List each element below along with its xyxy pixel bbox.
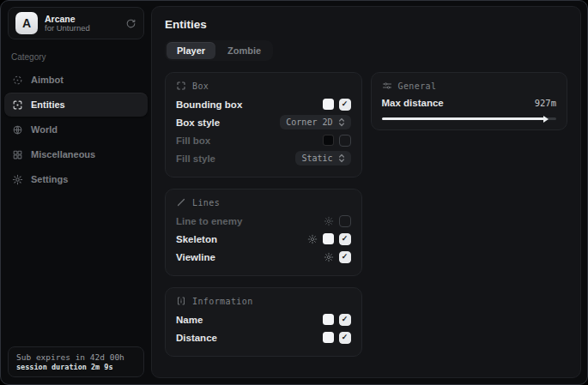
row-settings-gear-icon[interactable] — [324, 216, 334, 226]
chevrons-up-down-icon — [338, 153, 345, 163]
setting-row-box-style: Box style Corner 2D — [176, 113, 351, 131]
max-distance-slider[interactable] — [382, 117, 557, 120]
sidebar: A Arcane for Unturned Category Aimbot — [1, 1, 151, 384]
max-distance-value: 927m — [535, 98, 556, 108]
checkbox[interactable]: ✓ — [339, 135, 351, 147]
row-settings-gear-icon[interactable] — [324, 252, 334, 262]
sidebar-item-world[interactable]: World — [4, 117, 148, 141]
checkbox[interactable]: ✓ — [339, 314, 351, 326]
sidebar-item-entities[interactable]: Entities — [4, 93, 148, 117]
app-subtitle: for Unturned — [45, 24, 90, 33]
main-panel: Entities Player Zombie Box — [151, 6, 581, 378]
setting-row-max-distance: Max distance 927m — [382, 95, 557, 111]
setting-row-fill-style: Fill style Static — [176, 149, 351, 167]
box-style-select[interactable]: Corner 2D — [280, 115, 350, 129]
sidebar-item-aimbot[interactable]: Aimbot — [4, 68, 148, 92]
checkbox[interactable]: ✓ — [339, 233, 351, 245]
session-duration-text: session duration 2m 9s — [16, 363, 136, 371]
left-column: Box Bounding box ✓ Box style Co — [165, 72, 362, 357]
app-header-card: A Arcane for Unturned — [8, 7, 144, 39]
information-card: Information Name ✓ Distance ✓ — [165, 287, 362, 357]
setting-label: Fill box — [176, 135, 210, 146]
sidebar-item-label: Settings — [31, 174, 68, 184]
setting-row-fill-box: Fill box ✓ — [176, 131, 351, 149]
color-swatch[interactable] — [323, 332, 334, 343]
check-icon: ✓ — [342, 316, 349, 323]
sidebar-item-label: Miscellaneous — [31, 149, 95, 159]
sub-expires-text: Sub expires in 42d 00h — [16, 352, 136, 362]
sidebar-nav: Aimbot Entities World — [1, 68, 151, 191]
right-column: General Max distance 927m — [371, 72, 568, 130]
setting-row-viewline: Viewline ✓ — [176, 248, 351, 266]
page-title: Entities — [165, 18, 567, 31]
sidebar-item-miscellaneous[interactable]: Miscellaneous — [4, 142, 148, 166]
setting-label: Fill style — [176, 153, 215, 164]
diagonal-line-icon — [176, 197, 186, 208]
section-title: Information — [192, 297, 253, 306]
sliders-icon — [382, 81, 392, 91]
checkbox[interactable]: ✓ — [339, 251, 351, 263]
setting-label: Skeleton — [176, 234, 217, 244]
checkbox[interactable]: ✓ — [339, 215, 351, 227]
tab-player[interactable]: Player — [167, 42, 215, 59]
check-icon: ✓ — [342, 253, 349, 261]
setting-row-line-to-enemy: Line to enemy ✓ — [176, 212, 351, 230]
color-swatch[interactable] — [323, 314, 334, 325]
setting-label: Bounding box — [176, 99, 242, 110]
color-swatch[interactable] — [323, 135, 334, 146]
select-value: Corner 2D — [286, 117, 332, 127]
subscription-card: Sub expires in 42d 00h session duration … — [8, 346, 144, 377]
app-window: A Arcane for Unturned Category Aimbot — [0, 0, 588, 385]
checkbox[interactable]: ✓ — [339, 99, 351, 111]
tab-group: Player Zombie — [165, 40, 273, 61]
sync-icon[interactable] — [125, 18, 136, 29]
gear-icon — [12, 174, 23, 185]
globe-icon — [12, 124, 23, 135]
chevrons-up-down-icon — [338, 117, 345, 127]
grid-icon — [12, 149, 23, 160]
crosshair-icon — [12, 75, 23, 86]
general-card: General Max distance 927m — [371, 72, 568, 130]
color-swatch[interactable] — [323, 99, 334, 110]
select-value: Static — [301, 153, 332, 163]
setting-label: Name — [176, 315, 203, 325]
app-logo: A — [15, 12, 38, 34]
sidebar-item-settings[interactable]: Settings — [4, 167, 148, 191]
setting-label: Max distance — [382, 98, 444, 108]
setting-row-bounding-box: Bounding box ✓ — [176, 95, 351, 113]
lines-card: Lines Line to enemy ✓ — [165, 189, 362, 276]
section-title: Box — [192, 81, 209, 91]
row-settings-gear-icon[interactable] — [307, 234, 318, 244]
check-icon: ✓ — [342, 235, 349, 243]
box-card: Box Bounding box ✓ Box style Co — [165, 72, 362, 177]
setting-row-skeleton: Skeleton ✓ — [176, 230, 351, 248]
setting-label: Box style — [176, 117, 220, 128]
tab-zombie[interactable]: Zombie — [217, 42, 271, 59]
setting-row-name: Name ✓ — [176, 310, 351, 328]
fill-style-select[interactable]: Static — [295, 151, 350, 165]
setting-row-distance: Distance ✓ — [176, 328, 351, 346]
sidebar-item-label: Aimbot — [31, 75, 64, 85]
info-scan-icon — [176, 296, 186, 306]
category-label: Category — [11, 52, 141, 62]
sidebar-item-label: Entities — [31, 99, 65, 110]
check-icon: ✓ — [342, 100, 349, 108]
slider-fill — [382, 117, 544, 120]
section-title: Lines — [192, 198, 220, 208]
color-swatch[interactable] — [323, 233, 334, 244]
check-icon: ✓ — [342, 334, 349, 341]
setting-label: Viewline — [176, 252, 215, 262]
box-corners-icon — [176, 81, 186, 91]
setting-label: Line to enemy — [176, 216, 242, 226]
entities-scan-icon — [12, 99, 23, 111]
setting-label: Distance — [176, 333, 217, 343]
checkbox[interactable]: ✓ — [339, 332, 351, 344]
sidebar-item-label: World — [31, 124, 58, 135]
app-name: Arcane — [45, 14, 90, 24]
section-title: General — [398, 81, 437, 91]
